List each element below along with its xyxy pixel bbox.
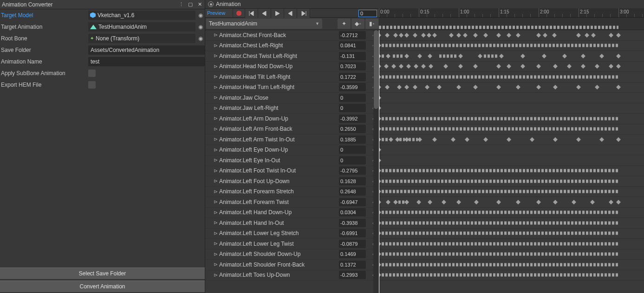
convert-animation-button[interactable]: Convert Animation (0, 280, 205, 293)
property-value-field[interactable] (339, 41, 366, 50)
property-row[interactable]: ⊳Animator.Head Turn Left-Right◈ (205, 83, 379, 93)
keyframe[interactable] (421, 33, 426, 38)
keyframe-dense[interactable] (382, 253, 618, 256)
keyframe[interactable] (595, 85, 599, 89)
panel-menu-icon[interactable]: ⋮ (178, 1, 184, 8)
timeline-row[interactable] (379, 197, 644, 208)
property-row[interactable]: ⊳Animator.Left Arm Front-Back◈ (205, 124, 379, 135)
keyframe[interactable] (576, 85, 581, 89)
animation-tab[interactable]: Animation (205, 0, 644, 8)
keyframe[interactable] (581, 54, 585, 58)
keyframe[interactable] (451, 137, 455, 142)
keyframe[interactable] (483, 137, 488, 142)
timeline-row[interactable] (379, 93, 644, 103)
keyframe[interactable] (609, 64, 613, 69)
keyframe[interactable] (496, 200, 501, 204)
root-bone-picker-icon[interactable]: ◉ (196, 34, 205, 43)
property-row[interactable]: ⊳Animator.Left Eye Down-Up◈ (205, 145, 379, 156)
property-scrollbar[interactable] (373, 30, 379, 293)
keyframe[interactable] (516, 200, 520, 204)
property-value-field[interactable] (339, 135, 366, 144)
property-row[interactable]: ⊳Animator.Left Arm Twist In-Out◈ (205, 134, 379, 145)
keyframe-dense[interactable] (382, 263, 618, 266)
timeline-row[interactable] (379, 270, 644, 281)
keyframe[interactable] (599, 137, 604, 142)
keyframe[interactable] (616, 64, 621, 69)
keyframe[interactable] (399, 64, 403, 69)
keyframe[interactable] (553, 200, 558, 204)
keyframe[interactable] (386, 54, 390, 58)
timeline-area[interactable] (379, 30, 644, 293)
add-keyframe-button[interactable]: ◆+ (351, 19, 364, 29)
keyframe[interactable] (595, 64, 599, 69)
property-value-field[interactable] (339, 219, 366, 227)
playhead[interactable] (379, 30, 379, 293)
keyframe-dense[interactable] (382, 211, 618, 214)
timeline-row[interactable] (379, 229, 644, 239)
property-value-field[interactable] (339, 240, 366, 248)
keyframe[interactable] (507, 64, 511, 69)
keyframe[interactable] (406, 64, 411, 69)
keyframe[interactable] (536, 33, 541, 38)
keyframe[interactable] (432, 33, 437, 38)
property-row[interactable]: ⊳Animator.Left Foot Twist In-Out◈ (205, 166, 379, 177)
keyframe[interactable] (458, 64, 463, 69)
keyframe[interactable] (590, 200, 595, 204)
preview-toggle[interactable]: Preview (205, 9, 233, 17)
keyframe[interactable] (496, 64, 501, 69)
keyframe[interactable] (536, 64, 541, 69)
property-row[interactable]: ⊳Animator.Left Foot Up-Down◈ (205, 176, 379, 187)
apply-subbone-checkbox[interactable] (88, 70, 96, 77)
keyframe[interactable] (443, 64, 448, 69)
keyframe[interactable] (616, 54, 621, 58)
keyframe[interactable] (427, 33, 431, 38)
property-row[interactable]: ⊳Animator.Left Shoulder Front-Back◈ (205, 260, 379, 270)
keyframe[interactable] (616, 200, 621, 204)
keyframe[interactable] (428, 200, 432, 204)
property-value-field[interactable] (339, 229, 366, 237)
add-event-button[interactable]: ▮+ (365, 19, 378, 29)
panel-close-icon[interactable]: ✕ (196, 1, 203, 8)
keyframe-dense[interactable] (382, 274, 618, 277)
keyframe[interactable] (404, 85, 409, 89)
clip-selector[interactable]: TestHumanoidAnim ▼ (206, 19, 322, 29)
keyframe[interactable] (416, 200, 421, 204)
keyframe[interactable] (520, 54, 525, 58)
keyframe[interactable] (609, 33, 613, 38)
property-row[interactable]: ⊳Animator.Left Lower Leg Stretch◈ (205, 229, 379, 239)
keyframe-dense[interactable] (382, 169, 618, 172)
keyframe[interactable] (553, 137, 558, 142)
keyframe[interactable] (386, 200, 390, 204)
keyframe[interactable] (413, 85, 417, 89)
keyframe[interactable] (391, 64, 396, 69)
keyframe-dense[interactable] (382, 54, 385, 57)
keyframe[interactable] (516, 85, 520, 89)
property-value-field[interactable] (339, 156, 366, 165)
keyframe[interactable] (456, 200, 461, 204)
keyframe[interactable] (463, 33, 468, 38)
timeline-row[interactable] (379, 124, 644, 135)
keyframe[interactable] (397, 85, 402, 89)
timeline-row[interactable] (379, 145, 644, 156)
target-model-field[interactable]: Vketchan_v1.6 (88, 11, 195, 20)
property-value-field[interactable] (339, 208, 366, 217)
keyframe-dense[interactable] (382, 232, 618, 235)
property-row[interactable]: ⊳Animator.Jaw Close◈ (205, 93, 379, 103)
export-hem-checkbox[interactable] (88, 81, 96, 89)
property-row[interactable]: ⊳Animator.Left Eye In-Out◈ (205, 155, 379, 166)
save-folder-field[interactable] (88, 45, 205, 55)
last-keyframe-button[interactable] (297, 9, 310, 18)
property-row[interactable]: ⊳Animator.Chest Left-Right◈ (205, 41, 379, 51)
keyframe[interactable] (404, 54, 409, 58)
property-value-field[interactable] (339, 115, 366, 123)
keyframe-dense[interactable] (393, 54, 403, 57)
keyframe-dense[interactable] (439, 54, 457, 57)
next-keyframe-button[interactable] (284, 9, 297, 18)
property-row[interactable]: ⊳Animator.Left Lower Leg Twist◈ (205, 239, 379, 249)
timeline-row[interactable] (379, 72, 644, 83)
property-scrollbar-thumb[interactable] (374, 30, 378, 109)
keyframe[interactable] (384, 64, 389, 69)
keyframe[interactable] (536, 200, 541, 204)
property-row[interactable]: ⊳Animator.Left Shoulder Down-Up◈ (205, 249, 379, 260)
timeline-row[interactable] (379, 155, 644, 166)
